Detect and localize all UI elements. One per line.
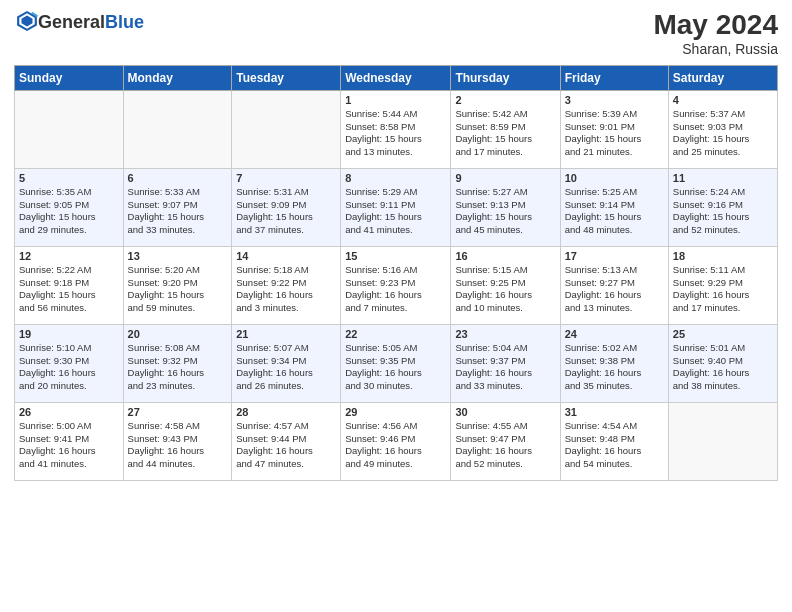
day-info: Sunrise: 5:33 AMSunset: 9:07 PMDaylight:… bbox=[128, 186, 228, 237]
week-row-1: 1Sunrise: 5:44 AMSunset: 8:58 PMDaylight… bbox=[15, 90, 778, 168]
day-number: 16 bbox=[455, 250, 555, 262]
col-header-tuesday: Tuesday bbox=[232, 65, 341, 90]
logo-general-text: General bbox=[38, 12, 105, 32]
day-cell: 13Sunrise: 5:20 AMSunset: 9:20 PMDayligh… bbox=[123, 246, 232, 324]
col-header-saturday: Saturday bbox=[668, 65, 777, 90]
day-info: Sunrise: 5:15 AMSunset: 9:25 PMDaylight:… bbox=[455, 264, 555, 315]
day-cell: 30Sunrise: 4:55 AMSunset: 9:47 PMDayligh… bbox=[451, 402, 560, 480]
day-number: 1 bbox=[345, 94, 446, 106]
day-number: 5 bbox=[19, 172, 119, 184]
week-row-2: 5Sunrise: 5:35 AMSunset: 9:05 PMDaylight… bbox=[15, 168, 778, 246]
week-row-4: 19Sunrise: 5:10 AMSunset: 9:30 PMDayligh… bbox=[15, 324, 778, 402]
month-title: May 2024 bbox=[653, 10, 778, 41]
day-cell: 12Sunrise: 5:22 AMSunset: 9:18 PMDayligh… bbox=[15, 246, 124, 324]
day-number: 15 bbox=[345, 250, 446, 262]
day-info: Sunrise: 5:16 AMSunset: 9:23 PMDaylight:… bbox=[345, 264, 446, 315]
day-info: Sunrise: 5:25 AMSunset: 9:14 PMDaylight:… bbox=[565, 186, 664, 237]
day-number: 28 bbox=[236, 406, 336, 418]
day-cell: 20Sunrise: 5:08 AMSunset: 9:32 PMDayligh… bbox=[123, 324, 232, 402]
day-cell: 19Sunrise: 5:10 AMSunset: 9:30 PMDayligh… bbox=[15, 324, 124, 402]
col-header-wednesday: Wednesday bbox=[341, 65, 451, 90]
day-cell: 31Sunrise: 4:54 AMSunset: 9:48 PMDayligh… bbox=[560, 402, 668, 480]
day-number: 26 bbox=[19, 406, 119, 418]
day-info: Sunrise: 5:00 AMSunset: 9:41 PMDaylight:… bbox=[19, 420, 119, 471]
title-block: May 2024 Sharan, Russia bbox=[653, 10, 778, 57]
day-info: Sunrise: 5:02 AMSunset: 9:38 PMDaylight:… bbox=[565, 342, 664, 393]
col-header-sunday: Sunday bbox=[15, 65, 124, 90]
day-cell: 15Sunrise: 5:16 AMSunset: 9:23 PMDayligh… bbox=[341, 246, 451, 324]
day-cell: 16Sunrise: 5:15 AMSunset: 9:25 PMDayligh… bbox=[451, 246, 560, 324]
day-number: 29 bbox=[345, 406, 446, 418]
day-cell: 25Sunrise: 5:01 AMSunset: 9:40 PMDayligh… bbox=[668, 324, 777, 402]
day-number: 23 bbox=[455, 328, 555, 340]
logo: GeneralBlue bbox=[14, 10, 144, 36]
day-cell: 11Sunrise: 5:24 AMSunset: 9:16 PMDayligh… bbox=[668, 168, 777, 246]
day-info: Sunrise: 4:57 AMSunset: 9:44 PMDaylight:… bbox=[236, 420, 336, 471]
day-info: Sunrise: 5:08 AMSunset: 9:32 PMDaylight:… bbox=[128, 342, 228, 393]
calendar-header-row: SundayMondayTuesdayWednesdayThursdayFrid… bbox=[15, 65, 778, 90]
day-number: 3 bbox=[565, 94, 664, 106]
day-number: 21 bbox=[236, 328, 336, 340]
day-info: Sunrise: 4:56 AMSunset: 9:46 PMDaylight:… bbox=[345, 420, 446, 471]
col-header-monday: Monday bbox=[123, 65, 232, 90]
day-info: Sunrise: 4:58 AMSunset: 9:43 PMDaylight:… bbox=[128, 420, 228, 471]
day-number: 6 bbox=[128, 172, 228, 184]
day-number: 13 bbox=[128, 250, 228, 262]
col-header-thursday: Thursday bbox=[451, 65, 560, 90]
day-number: 9 bbox=[455, 172, 555, 184]
day-cell: 9Sunrise: 5:27 AMSunset: 9:13 PMDaylight… bbox=[451, 168, 560, 246]
day-cell bbox=[668, 402, 777, 480]
day-info: Sunrise: 5:04 AMSunset: 9:37 PMDaylight:… bbox=[455, 342, 555, 393]
day-number: 4 bbox=[673, 94, 773, 106]
day-number: 31 bbox=[565, 406, 664, 418]
day-cell: 8Sunrise: 5:29 AMSunset: 9:11 PMDaylight… bbox=[341, 168, 451, 246]
day-info: Sunrise: 5:24 AMSunset: 9:16 PMDaylight:… bbox=[673, 186, 773, 237]
day-info: Sunrise: 5:44 AMSunset: 8:58 PMDaylight:… bbox=[345, 108, 446, 159]
day-cell: 3Sunrise: 5:39 AMSunset: 9:01 PMDaylight… bbox=[560, 90, 668, 168]
day-info: Sunrise: 5:07 AMSunset: 9:34 PMDaylight:… bbox=[236, 342, 336, 393]
day-info: Sunrise: 5:01 AMSunset: 9:40 PMDaylight:… bbox=[673, 342, 773, 393]
day-cell: 26Sunrise: 5:00 AMSunset: 9:41 PMDayligh… bbox=[15, 402, 124, 480]
day-cell: 2Sunrise: 5:42 AMSunset: 8:59 PMDaylight… bbox=[451, 90, 560, 168]
day-number: 30 bbox=[455, 406, 555, 418]
day-info: Sunrise: 4:54 AMSunset: 9:48 PMDaylight:… bbox=[565, 420, 664, 471]
logo-icon bbox=[16, 10, 38, 32]
day-cell: 7Sunrise: 5:31 AMSunset: 9:09 PMDaylight… bbox=[232, 168, 341, 246]
day-cell: 17Sunrise: 5:13 AMSunset: 9:27 PMDayligh… bbox=[560, 246, 668, 324]
day-number: 19 bbox=[19, 328, 119, 340]
day-info: Sunrise: 4:55 AMSunset: 9:47 PMDaylight:… bbox=[455, 420, 555, 471]
day-number: 2 bbox=[455, 94, 555, 106]
day-info: Sunrise: 5:20 AMSunset: 9:20 PMDaylight:… bbox=[128, 264, 228, 315]
day-number: 24 bbox=[565, 328, 664, 340]
day-cell: 14Sunrise: 5:18 AMSunset: 9:22 PMDayligh… bbox=[232, 246, 341, 324]
day-cell bbox=[232, 90, 341, 168]
day-cell: 21Sunrise: 5:07 AMSunset: 9:34 PMDayligh… bbox=[232, 324, 341, 402]
day-info: Sunrise: 5:27 AMSunset: 9:13 PMDaylight:… bbox=[455, 186, 555, 237]
day-cell bbox=[123, 90, 232, 168]
week-row-5: 26Sunrise: 5:00 AMSunset: 9:41 PMDayligh… bbox=[15, 402, 778, 480]
day-cell: 5Sunrise: 5:35 AMSunset: 9:05 PMDaylight… bbox=[15, 168, 124, 246]
day-cell bbox=[15, 90, 124, 168]
day-cell: 28Sunrise: 4:57 AMSunset: 9:44 PMDayligh… bbox=[232, 402, 341, 480]
day-info: Sunrise: 5:42 AMSunset: 8:59 PMDaylight:… bbox=[455, 108, 555, 159]
day-cell: 29Sunrise: 4:56 AMSunset: 9:46 PMDayligh… bbox=[341, 402, 451, 480]
day-info: Sunrise: 5:11 AMSunset: 9:29 PMDaylight:… bbox=[673, 264, 773, 315]
day-cell: 6Sunrise: 5:33 AMSunset: 9:07 PMDaylight… bbox=[123, 168, 232, 246]
week-row-3: 12Sunrise: 5:22 AMSunset: 9:18 PMDayligh… bbox=[15, 246, 778, 324]
day-number: 7 bbox=[236, 172, 336, 184]
day-info: Sunrise: 5:37 AMSunset: 9:03 PMDaylight:… bbox=[673, 108, 773, 159]
day-number: 18 bbox=[673, 250, 773, 262]
calendar-table: SundayMondayTuesdayWednesdayThursdayFrid… bbox=[14, 65, 778, 481]
day-number: 25 bbox=[673, 328, 773, 340]
day-cell: 1Sunrise: 5:44 AMSunset: 8:58 PMDaylight… bbox=[341, 90, 451, 168]
day-number: 8 bbox=[345, 172, 446, 184]
day-cell: 10Sunrise: 5:25 AMSunset: 9:14 PMDayligh… bbox=[560, 168, 668, 246]
day-number: 27 bbox=[128, 406, 228, 418]
day-info: Sunrise: 5:35 AMSunset: 9:05 PMDaylight:… bbox=[19, 186, 119, 237]
day-number: 22 bbox=[345, 328, 446, 340]
day-info: Sunrise: 5:22 AMSunset: 9:18 PMDaylight:… bbox=[19, 264, 119, 315]
day-info: Sunrise: 5:18 AMSunset: 9:22 PMDaylight:… bbox=[236, 264, 336, 315]
day-number: 20 bbox=[128, 328, 228, 340]
main-container: GeneralBlue May 2024 Sharan, Russia Sund… bbox=[0, 0, 792, 491]
header: GeneralBlue May 2024 Sharan, Russia bbox=[14, 10, 778, 57]
